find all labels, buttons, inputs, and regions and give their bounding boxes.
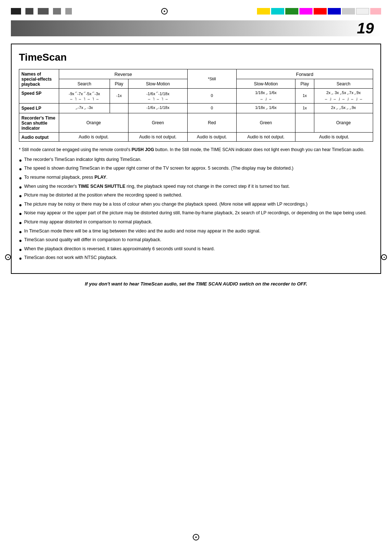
bar-seg (22, 8, 24, 15)
note-text-2: The speed is shown during TimeScan in th… (24, 165, 293, 172)
speed-lp-label: Speed LP (19, 104, 59, 113)
top-bar-right (257, 8, 381, 15)
bar-seg-blue (328, 8, 341, 15)
sub-search-fwd: Search (314, 79, 373, 89)
bar-seg-yellow (257, 8, 270, 15)
speed-lp-search-rev: ⌐-7x ⌐ -3x (59, 104, 110, 113)
bottom-note-text: If you don't want to hear TimeScan audio… (85, 281, 307, 287)
bullet-icon: ● (19, 228, 22, 236)
audio-output-label: Audio output (19, 133, 59, 142)
sub-slowmo-fwd: Slow-Motion (236, 79, 295, 89)
speed-sp-search-fwd: 2x ⌐ 3x ⌐5x ⌐7x ⌐9x — ˩ — ˩ — ˩ — ˩ — (314, 89, 373, 104)
list-item: ● The speed is shown during TimeScan in … (19, 165, 373, 173)
note-text-4: When using the recorder's TIME SCAN SHUT… (24, 183, 290, 190)
bullet-icon: ● (19, 184, 22, 191)
bullet-icon: ● (19, 255, 22, 262)
speed-lp-search-fwd: 2x ⌐ ⌐5x ⌐ ⌐9x (314, 104, 373, 113)
speed-sp-slowmo-fwd: 1/18x ⌐ 1/6x — ˩ — (236, 89, 295, 104)
list-item: ● To resume normal playback, press PLAY. (19, 174, 373, 182)
bar-seg (62, 8, 64, 15)
bottom-center-dot (193, 534, 199, 540)
sp-slowmo-rev-diag: — ˥ — ˥ — (131, 97, 185, 102)
section-title: TimeScan (19, 52, 373, 63)
sub-slowmo-rev: Slow-Motion (128, 79, 188, 89)
speed-lp-slowmo-fwd: 1/18x ⌐ 1/6x (236, 104, 295, 113)
page-number: 19 (357, 21, 374, 36)
bar-seg (53, 8, 61, 15)
sp-fwd-search-diag: — ˩ — ˩ — ˩ — ˩ — (317, 97, 371, 102)
audio-output-row: Audio output Audio is output. Audio is n… (19, 133, 373, 142)
bullet-icon: ● (19, 175, 22, 182)
note-text-6: The picture may be noisy or there may be… (24, 201, 307, 208)
timescan-table: Names ofspecial-effectsplayback Reverse … (19, 69, 373, 142)
speed-sp-search-rev: -9x ⌐-7x ⌐-5x ⌐-3x — ˥ — ˥ — ˥ — (59, 89, 110, 104)
bar-seg-white (356, 8, 369, 15)
bullet-icon: ● (19, 193, 22, 200)
recorder-time-red: Red (187, 113, 236, 133)
recorder-time-green-fwd: Green (236, 113, 295, 133)
speed-sp-row: Speed SP -9x ⌐-7x ⌐-5x ⌐-3x — ˥ — ˥ — ˥ … (19, 89, 373, 104)
sub-play-rev: Play (110, 79, 128, 89)
speed-lp-play-fwd: 1x (295, 104, 314, 113)
speed-sp-play-rev: -1x (110, 89, 128, 104)
bar-seg (50, 8, 52, 15)
sp-slowmo-fwd-diag: — ˩ — (239, 97, 293, 102)
still-cell-header: *Still (187, 69, 236, 89)
bottom-note: If you don't want to hear TimeScan audio… (11, 281, 381, 287)
note-text-11: When the playback direction is reversed,… (24, 246, 215, 252)
list-item: ● The picture may be noisy or there may … (19, 201, 373, 209)
right-side-dot (381, 254, 387, 260)
audio-output-fwd-play-search: Audio is output. (295, 133, 373, 142)
col-label-text: Names ofspecial-effectsplayback (21, 72, 52, 87)
top-bar-area (0, 0, 392, 18)
note-text-3: To resume normal playback, press PLAY. (24, 174, 107, 181)
list-item: ● The recorder's TimeScan indicator ligh… (19, 157, 373, 164)
bar-seg-green (285, 8, 298, 15)
speed-sp-slowmo-rev: -1/6x ⌐-1/18x — ˥ — ˥ — (128, 89, 188, 104)
side-dot-circle (381, 254, 387, 260)
notes-section: ● The recorder's TimeScan indicator ligh… (19, 157, 373, 262)
audio-output-rev-slowmo: Audio is not output. (128, 133, 188, 142)
list-item: ● Picture may be distorted at the positi… (19, 192, 373, 200)
bar-seg-pink (370, 8, 381, 15)
speed-lp-row: Speed LP ⌐-7x ⌐ -3x -1/6x ⌐-1/18x 0 1/18… (19, 104, 373, 113)
list-item: ● When using the recorder's TIME SCAN SH… (19, 183, 373, 191)
note-text-1: The recorder's TimeScan indicator lights… (24, 157, 141, 163)
footnote-text: * Still mode cannot be engaged using the… (19, 147, 364, 152)
note-text-12: TimeScan does not work with NTSC playbac… (24, 255, 117, 261)
footnote: * Still mode cannot be engaged using the… (19, 147, 373, 153)
bar-seg (34, 8, 37, 15)
recorder-time-orange-fwd: Orange (314, 113, 373, 133)
bullet-icon: ● (19, 157, 22, 164)
note-text-8: Picture may appear distorted in comparis… (24, 219, 152, 226)
bar-seg (25, 8, 33, 15)
recorder-time-green-rev: Green (128, 113, 188, 133)
sub-search-rev: Search (59, 79, 110, 89)
left-side-dot (5, 254, 11, 260)
recorder-time-play-fwd (295, 113, 314, 133)
bottom-dot-circle (193, 534, 199, 540)
speed-lp-slowmo-rev: -1/6x ⌐-1/18x (128, 104, 188, 113)
recorder-time-orange-rev: Orange (59, 113, 128, 133)
bullet-icon: ● (19, 219, 22, 227)
list-item: ● When the playback direction is reverse… (19, 246, 373, 254)
bar-seg-red (314, 8, 327, 15)
note-text-9: In TimeScan mode there will be a time la… (24, 228, 260, 235)
note-text-5: Picture may be distorted at the position… (24, 192, 182, 199)
audio-output-fwd-slowmo: Audio is not output. (236, 133, 295, 142)
sp-slowmo-rev-vals: -1/6x ⌐-1/18x (131, 90, 185, 97)
list-item: ● TimeScan sound quality will differ in … (19, 237, 373, 244)
bar-seg (38, 8, 49, 15)
note-text-10: TimeScan sound quality will differ in co… (24, 237, 161, 243)
col-label-cell: Names ofspecial-effectsplayback (19, 69, 59, 89)
forward-header: Forward (236, 69, 373, 79)
list-item: ● Noise may appear or the upper part of … (19, 210, 373, 218)
top-bar-left (11, 8, 72, 15)
sp-slowmo-fwd-vals: 1/18x ⌐ 1/6x (239, 90, 293, 97)
sub-play-fwd: Play (295, 79, 314, 89)
bullet-icon: ● (19, 202, 22, 209)
bar-seg-gray (342, 8, 355, 15)
lp-rev-search-vals: ⌐-7x ⌐ -3x (61, 105, 107, 112)
bullet-icon: ● (19, 246, 22, 254)
speed-sp-play-fwd: 1x (295, 89, 314, 104)
